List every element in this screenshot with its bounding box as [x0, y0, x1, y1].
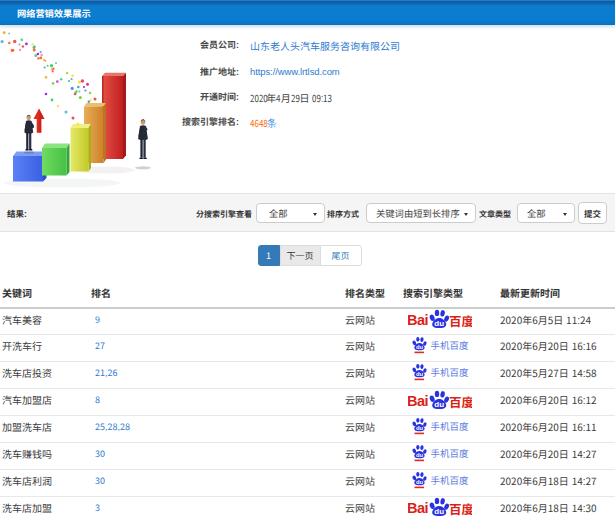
- svg-text:du: du: [434, 317, 444, 328]
- svg-text:Bai: Bai: [408, 497, 428, 517]
- svg-text:du: du: [434, 397, 444, 408]
- svg-text:Bai: Bai: [408, 309, 428, 329]
- svg-text:手机百度: 手机百度: [431, 445, 470, 459]
- svg-text:du: du: [416, 449, 424, 458]
- svg-text:du: du: [416, 369, 424, 378]
- svg-text:du: du: [416, 422, 424, 431]
- svg-text:百度: 百度: [449, 391, 472, 410]
- svg-text:手机百度: 手机百度: [431, 365, 470, 379]
- svg-text:du: du: [416, 342, 424, 351]
- svg-text:手机百度: 手机百度: [431, 472, 470, 486]
- svg-text:手机百度: 手机百度: [431, 418, 470, 432]
- svg-text:du: du: [416, 476, 424, 485]
- svg-text:百度: 百度: [449, 499, 472, 518]
- svg-text:百度: 百度: [449, 311, 472, 330]
- svg-text:Bai: Bai: [408, 390, 428, 410]
- svg-text:du: du: [434, 505, 444, 516]
- svg-text:手机百度: 手机百度: [431, 338, 470, 352]
